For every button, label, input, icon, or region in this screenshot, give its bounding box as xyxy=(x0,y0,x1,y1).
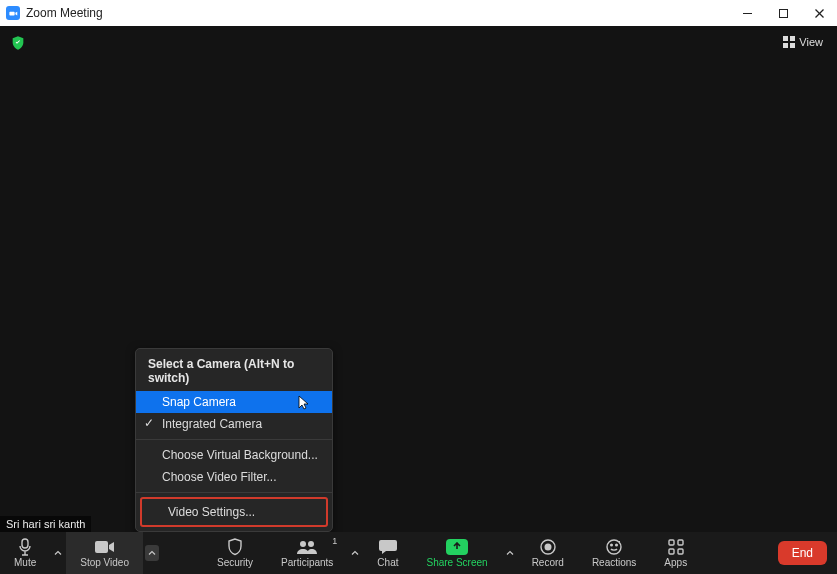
video-group: Stop Video xyxy=(66,532,163,574)
svg-point-16 xyxy=(616,544,618,546)
stop-video-button[interactable]: Stop Video xyxy=(66,532,143,574)
video-camera-icon xyxy=(95,538,115,556)
svg-rect-17 xyxy=(669,540,674,545)
encryption-shield-icon[interactable] xyxy=(10,35,26,51)
camera-option-label: Integrated Camera xyxy=(162,417,262,431)
record-icon xyxy=(540,538,556,556)
chat-button[interactable]: Chat xyxy=(363,532,412,574)
svg-rect-4 xyxy=(783,36,788,41)
mute-label: Mute xyxy=(14,557,36,568)
reactions-button[interactable]: Reactions xyxy=(578,532,650,574)
share-screen-label: Share Screen xyxy=(426,557,487,568)
camera-option-label: Snap Camera xyxy=(162,395,236,409)
end-meeting-button[interactable]: End xyxy=(778,541,827,565)
window-controls xyxy=(729,0,837,26)
audio-group: Mute xyxy=(0,532,66,574)
svg-line-2 xyxy=(815,9,823,17)
camera-option-integrated[interactable]: ✓ Integrated Camera xyxy=(136,413,332,435)
svg-rect-7 xyxy=(790,43,795,48)
titlebar: Zoom Meeting xyxy=(0,0,837,26)
menu-item-label: Choose Video Filter... xyxy=(162,470,277,484)
participants-options-caret[interactable] xyxy=(347,532,363,574)
video-options-caret[interactable] xyxy=(145,545,159,561)
menu-item-label: Choose Virtual Background... xyxy=(162,448,318,462)
record-button[interactable]: Record xyxy=(518,532,578,574)
cursor-icon xyxy=(298,395,310,411)
svg-point-10 xyxy=(300,541,306,547)
microphone-icon xyxy=(17,538,33,556)
share-options-caret[interactable] xyxy=(502,532,518,574)
share-screen-button[interactable]: Share Screen xyxy=(412,532,501,574)
svg-rect-9 xyxy=(95,541,108,553)
svg-rect-20 xyxy=(678,549,683,554)
stop-video-label: Stop Video xyxy=(80,557,129,568)
reactions-icon xyxy=(606,538,622,556)
share-screen-icon xyxy=(446,538,468,556)
share-group: Share Screen xyxy=(412,532,517,574)
apps-button[interactable]: Apps xyxy=(650,532,701,574)
check-icon: ✓ xyxy=(144,416,154,430)
choose-virtual-background[interactable]: Choose Virtual Background... xyxy=(136,444,332,466)
menu-item-label: Video Settings... xyxy=(168,505,255,519)
video-stage: View Sri hari sri kanth Select a Camera … xyxy=(0,26,837,532)
svg-rect-8 xyxy=(22,539,28,548)
participants-icon xyxy=(296,538,318,556)
apps-label: Apps xyxy=(664,557,687,568)
svg-point-15 xyxy=(611,544,613,546)
menu-separator xyxy=(136,492,332,493)
svg-rect-18 xyxy=(678,540,683,545)
minimize-button[interactable] xyxy=(729,0,765,26)
window-title: Zoom Meeting xyxy=(26,6,103,20)
participants-label: Participants xyxy=(281,557,333,568)
maximize-button[interactable] xyxy=(765,0,801,26)
mute-button[interactable]: Mute xyxy=(0,532,50,574)
video-settings-highlight-box: Video Settings... xyxy=(140,497,328,527)
chat-icon xyxy=(379,538,397,556)
participants-button[interactable]: Participants 1 xyxy=(267,532,347,574)
participants-count: 1 xyxy=(332,536,337,546)
reactions-label: Reactions xyxy=(592,557,636,568)
participant-name-tag: Sri hari sri kanth xyxy=(0,516,91,532)
security-label: Security xyxy=(217,557,253,568)
svg-rect-19 xyxy=(669,549,674,554)
close-button[interactable] xyxy=(801,0,837,26)
svg-line-3 xyxy=(815,9,823,17)
view-label: View xyxy=(799,36,823,48)
record-label: Record xyxy=(532,557,564,568)
svg-point-11 xyxy=(308,541,314,547)
menu-separator xyxy=(136,439,332,440)
chat-label: Chat xyxy=(377,557,398,568)
audio-options-caret[interactable] xyxy=(50,532,66,574)
apps-icon xyxy=(668,538,684,556)
shield-icon xyxy=(227,538,243,556)
participants-group: Participants 1 xyxy=(267,532,363,574)
video-settings[interactable]: Video Settings... xyxy=(142,499,326,525)
grid-icon xyxy=(783,36,795,48)
security-button[interactable]: Security xyxy=(203,532,267,574)
meeting-toolbar: Mute Stop Video Security Participants xyxy=(0,532,837,574)
svg-point-13 xyxy=(544,544,551,551)
svg-rect-6 xyxy=(783,43,788,48)
camera-menu: Select a Camera (Alt+N to switch) Snap C… xyxy=(135,348,333,532)
end-label: End xyxy=(792,546,813,560)
camera-option-snap[interactable]: Snap Camera xyxy=(136,391,332,413)
zoom-app-icon xyxy=(6,6,20,20)
svg-rect-1 xyxy=(779,9,787,17)
view-button[interactable]: View xyxy=(777,34,829,50)
svg-rect-5 xyxy=(790,36,795,41)
camera-menu-header: Select a Camera (Alt+N to switch) xyxy=(136,349,332,391)
choose-video-filter[interactable]: Choose Video Filter... xyxy=(136,466,332,488)
